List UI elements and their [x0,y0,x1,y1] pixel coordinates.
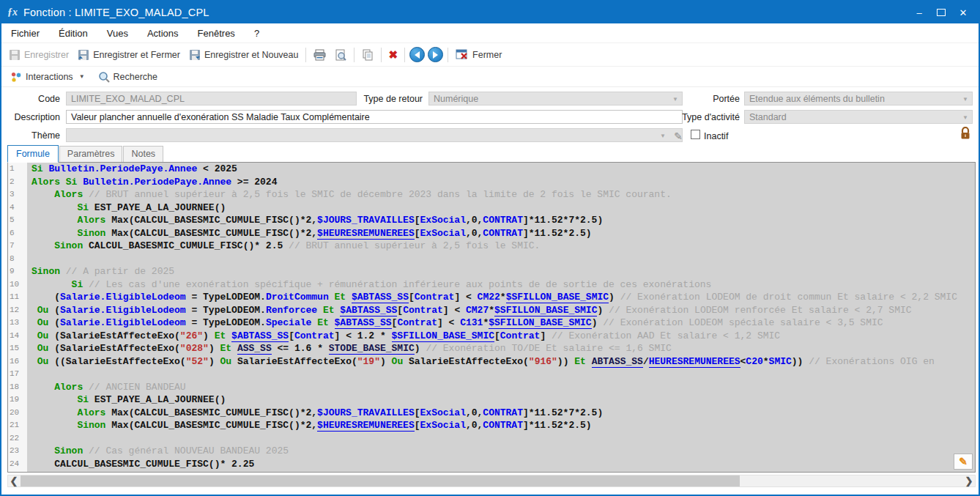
code-segment: ( [174,330,180,341]
code-segment: Sinon [31,445,89,456]
theme-select[interactable]: ▼ ✎ [66,128,683,142]
code-segment: Max [111,215,128,226]
code-link[interactable]: $HEURESREMUNEREES [317,228,415,240]
chevron-down-icon[interactable]: ▼ [660,133,666,139]
chevron-down-icon[interactable]: ▼ [962,114,968,121]
fermer-button[interactable]: Fermer [451,48,506,62]
code-link[interactable]: ASS_SS [237,343,272,355]
code-segment: // Les cas d'une exonération spécifique … [89,279,711,290]
return-type-select[interactable]: Numérique ▼ [428,92,683,106]
code-editor[interactable]: 1Si Bulletin.PeriodePaye.Annee < 20252Al… [7,162,976,473]
code-link[interactable]: $SFILLON_BASE_SMIC [392,330,494,342]
code-text: Ou ((SalarieEstAffecteExo("52") Ou Salar… [27,355,975,369]
code-segment: ExSocial [420,407,466,418]
code-link[interactable]: HEURESREMUNEREES [649,356,740,368]
code-link[interactable]: $HEURESREMUNEREES [317,420,415,432]
code-segment: EST_PAYE_A_LA_JOURNEE [94,202,215,213]
code-segment: ) [597,305,609,316]
code-line: 20 Alors Max(CALCUL_BASESMIC_CUMULE_FISC… [8,407,975,420]
code-line: 2Alors Si Bulletin.PeriodePaye.Annee >= … [8,176,975,189]
code-segment: CALCUL_BASESMIC_CUMULE_FISC [134,215,289,226]
scroll-right-button[interactable]: ❯ [963,475,975,486]
print-button[interactable] [309,48,330,62]
code-link[interactable]: $ABTASS_SS [352,292,409,303]
line-number: 17 [8,368,27,381]
code-segment: [ [494,330,500,341]
code-segment: ] < 1.2 * [335,330,392,341]
code-link[interactable]: $ABTASS_SS [231,330,289,342]
edit-formula-button[interactable]: ✎ [954,454,973,470]
description-field[interactable]: Valeur plancher annuelle d'exonération S… [66,110,683,124]
code-line: 17 [8,368,975,381]
code-segment: Si [31,394,94,405]
code-segment: ( [174,343,180,354]
code-segment: ()*2, [289,228,317,239]
copy-button[interactable] [357,48,378,62]
scrollbar-thumb[interactable] [21,475,740,486]
code-link[interactable]: ABTASS_SS [592,356,643,368]
interactions-label: Interactions [26,72,73,82]
code-segment: ) [209,343,220,354]
menu-item-edition[interactable]: Édition [49,23,97,42]
line-number: 19 [8,393,27,407]
menu-item-fichier[interactable]: Fichier [1,23,49,42]
code-segment: ExSocial [420,420,466,431]
close-icon: ✕ [959,7,968,18]
code-link[interactable]: $SFILLON_BASE_SMIC [494,305,597,317]
close-button[interactable]: ✕ [952,1,974,23]
tab-formule[interactable]: Formule [7,145,59,163]
code-segment: CONTRAT [483,215,523,226]
save-new-button[interactable]: Enregistrer et Nouveau [185,48,303,62]
code-segment: () [215,202,226,213]
code-link[interactable]: $SFILLON_BASE_SMIC [506,292,609,303]
scope-value: Etendue aux éléments du bulletin [749,94,885,104]
search-button[interactable]: Recherche [94,70,162,84]
code-segment: Alors Si [31,177,83,188]
tab-notes[interactable]: Notes [123,146,163,162]
code-segment: ) [609,292,620,303]
code-link[interactable]: $ABTASS_SS [335,317,392,329]
delete-button[interactable]: ✖ [385,48,401,62]
edit-pencil-icon[interactable]: ✎ [674,130,683,142]
menu-item-actions[interactable]: Actions [138,23,188,42]
code-segment: * [763,356,769,367]
code-segment: Contrat [415,292,455,303]
lock-icon [959,127,971,140]
save-close-button[interactable]: Enregistrer et Fermer [73,48,185,62]
code-segment: ]*11.52*7*2.5) [523,407,603,418]
scope-select[interactable]: Etendue aux éléments du bulletin ▼ [744,92,973,106]
code-segment: // BRUT annuel supérieur à 2,5 fois le S… [289,240,540,251]
copy-icon [362,49,374,61]
code-field[interactable]: LIMITE_EXO_MALAD_CPL [66,92,357,106]
inactive-checkbox[interactable] [691,130,700,139]
code-segment: DroitCommun [266,292,329,303]
back-button[interactable] [409,47,425,62]
scroll-left-button[interactable]: ❮ [8,475,20,486]
code-segment: // Cas général NOUVEAU BANDEAU 2025 [89,445,289,456]
interactions-button[interactable]: Interactions ▼ [6,70,89,84]
code-segment [231,356,237,367]
code-segment: SMIC [769,356,792,367]
code-segment [226,330,231,341]
menu-item-vues[interactable]: Vues [97,23,138,42]
forward-button[interactable] [428,47,443,62]
code-segment: EST_PAYE_A_LA_JOURNEE [94,394,215,405]
code-link[interactable]: $SFILLON_BASE_SMIC [489,317,591,329]
code-segment: CONTRAT [483,228,523,239]
activity-type-select[interactable]: Standard ▼ [744,110,973,124]
code-segment: Si [31,202,94,213]
code-segment [403,356,409,367]
code-segment: // Exonération LODEOM de droit commun Et… [620,292,957,303]
save-button[interactable]: Enregistrer [4,48,73,62]
horizontal-scrollbar[interactable]: ❮ ❯ [7,475,976,487]
maximize-button[interactable] [930,1,952,23]
tab-parametres[interactable]: Paramètres [59,146,123,162]
chevron-down-icon[interactable]: ▼ [962,96,968,103]
print-preview-button[interactable] [330,48,351,62]
code-link[interactable]: $ABTASS_SS [340,305,397,317]
code-segment: Ou [220,356,231,367]
menu-item-fenetres[interactable]: Fenêtres [188,23,245,42]
minimize-button[interactable]: – [908,1,930,23]
code-link[interactable]: STODE_BASE_SMIC [329,343,415,355]
menu-item-aide[interactable]: ? [245,23,269,42]
